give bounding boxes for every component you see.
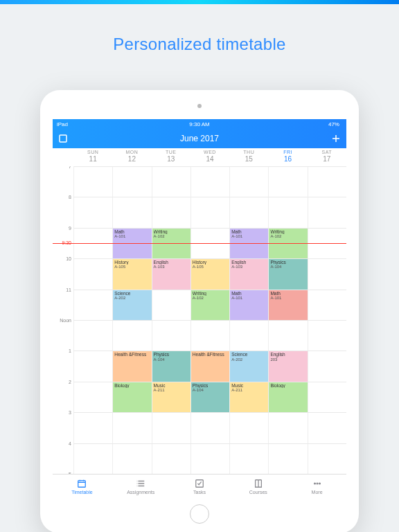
status-carrier: iPad: [57, 121, 68, 127]
hour-label: 10: [53, 256, 73, 261]
event-room: A-101: [114, 234, 150, 239]
event-room: A-103: [154, 265, 189, 269]
weekday-col-mon[interactable]: MON12: [112, 148, 151, 166]
event-room: A-211: [154, 388, 189, 393]
hour-gridline: [73, 351, 346, 351]
weekday-number: 13: [152, 155, 190, 163]
weekday-col-sat[interactable]: SAT17: [308, 148, 346, 166]
event-title: History: [114, 260, 150, 265]
plus-icon[interactable]: [331, 134, 341, 143]
event-block[interactable]: WritingA-102: [191, 290, 229, 320]
event-room: A-104: [193, 388, 228, 393]
event-block[interactable]: ScienceA-202: [230, 351, 268, 381]
ipad-device-frame: iPad 9:30 AM 47% June 2017: [40, 90, 359, 532]
timetable-grid[interactable]: 7891011Noon12345 MathA-101HistoryA-105Sc…: [53, 166, 346, 474]
weekday-name: MON: [112, 150, 151, 154]
weekday-name: THU: [229, 150, 268, 154]
event-title: Math: [231, 229, 267, 234]
square-icon[interactable]: [58, 134, 68, 143]
tab-assignments[interactable]: Assignments: [112, 475, 170, 499]
hour-label: 3: [53, 410, 73, 415]
event-block[interactable]: EnglishA-103: [152, 258, 190, 289]
event-block[interactable]: HistoryA-105: [113, 258, 151, 289]
weekday-name: WED: [190, 150, 229, 154]
hour-label: 4: [53, 441, 73, 446]
svg-point-8: [319, 483, 320, 484]
tab-label: Assignments: [127, 490, 154, 495]
hero-gradient-bar: [0, 0, 399, 4]
svg-point-7: [317, 483, 318, 484]
event-title: Science: [114, 291, 150, 296]
marketing-caption: Personalized timetable: [0, 35, 399, 54]
ios-status-bar: iPad 9:30 AM 47%: [53, 119, 346, 129]
hour-gridline: [73, 166, 346, 167]
weekday-col-sun[interactable]: SUN11: [73, 148, 112, 166]
tab-timetable[interactable]: Timetable: [53, 475, 112, 499]
calendar-icon: [77, 479, 87, 489]
event-room: 203: [270, 357, 305, 362]
weekday-name: SAT: [308, 150, 346, 154]
event-room: A-103: [231, 265, 267, 269]
header-title[interactable]: June 2017: [180, 134, 219, 143]
event-title: Health &Fitness: [193, 352, 228, 357]
weekday-number: 12: [112, 155, 151, 163]
tab-label: Tasks: [193, 490, 206, 495]
status-time: 9:30 AM: [189, 121, 209, 127]
event-block[interactable]: HistoryA-105: [191, 258, 229, 289]
hour-gridline: [73, 258, 346, 259]
event-room: A-105: [114, 265, 150, 269]
hour-gridline: [73, 443, 346, 444]
hour-gridline: [73, 412, 346, 413]
tab-label: More: [312, 490, 323, 495]
event-title: Writing: [193, 291, 228, 296]
hour-label: 8: [53, 195, 73, 200]
weekday-header: SUN11MON12TUE13WED14THU15FRI16SAT17: [53, 148, 346, 166]
event-title: Physics: [193, 383, 228, 388]
event-block[interactable]: English203: [269, 351, 307, 381]
book-icon: [254, 479, 263, 489]
hour-label: Noon: [53, 318, 73, 323]
event-title: Math: [231, 291, 267, 296]
event-room: A-105: [193, 265, 228, 269]
tab-more[interactable]: More: [287, 475, 346, 499]
hour-label: 7: [53, 166, 73, 169]
event-title: Music: [231, 383, 267, 388]
weekday-number: 14: [190, 155, 229, 163]
tab-label: Courses: [249, 490, 267, 495]
weekday-col-fri[interactable]: FRI16: [268, 148, 307, 166]
event-block[interactable]: Health &Fitness: [113, 351, 151, 381]
tab-courses[interactable]: Courses: [229, 475, 287, 499]
svg-point-6: [314, 483, 315, 484]
hour-gridline: [73, 228, 346, 229]
event-title: Physics: [270, 260, 305, 265]
event-title: Biology: [114, 383, 150, 388]
event-block[interactable]: MathA-101: [230, 290, 268, 320]
event-room: A-102: [270, 234, 305, 239]
event-title: Music: [154, 383, 189, 388]
event-room: A-101: [270, 296, 305, 301]
event-room: A-202: [231, 357, 267, 362]
weekday-number: 16: [268, 155, 307, 163]
event-title: Math: [270, 291, 305, 296]
event-block[interactable]: EnglishA-103: [230, 258, 268, 289]
event-title: Writing: [270, 229, 305, 234]
event-block[interactable]: MusicA-211: [152, 382, 190, 412]
event-block[interactable]: Biology: [269, 382, 307, 412]
event-block[interactable]: PhysicsA-104: [191, 382, 229, 412]
weekday-col-wed[interactable]: WED14: [190, 148, 229, 166]
event-block[interactable]: Health &Fitness: [191, 351, 229, 381]
tab-bar: TimetableAssignmentsTasksCoursesMore: [53, 474, 346, 499]
event-block[interactable]: ScienceA-202: [113, 290, 151, 320]
weekday-number: 15: [229, 155, 268, 163]
weekday-col-tue[interactable]: TUE13: [152, 148, 190, 166]
event-block[interactable]: PhysicsA-104: [269, 258, 307, 289]
event-room: A-101: [231, 296, 267, 301]
svg-rect-4: [78, 481, 86, 488]
event-block[interactable]: Biology: [113, 382, 151, 412]
event-block[interactable]: MathA-101: [269, 290, 307, 320]
tab-tasks[interactable]: Tasks: [170, 475, 229, 499]
event-block[interactable]: PhysicsA-104: [152, 351, 190, 381]
event-room: A-104: [270, 265, 305, 269]
weekday-col-thu[interactable]: THU15: [229, 148, 268, 166]
event-block[interactable]: MusicA-211: [230, 382, 268, 412]
